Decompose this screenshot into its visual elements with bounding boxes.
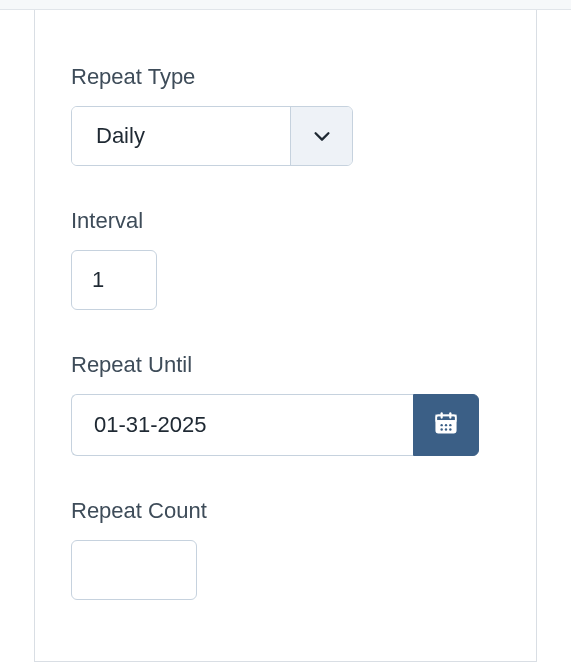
- repeat-type-select[interactable]: Daily: [71, 106, 353, 166]
- svg-point-8: [440, 428, 442, 430]
- repeat-until-label: Repeat Until: [71, 352, 500, 378]
- recurring-settings-panel: Recurring Settings Repeat Type Daily Int…: [34, 10, 537, 662]
- repeat-until-field: Repeat Until: [71, 352, 500, 456]
- repeat-count-label: Repeat Count: [71, 498, 500, 524]
- chevron-down-icon: [290, 107, 352, 165]
- interval-input[interactable]: [71, 250, 157, 310]
- calendar-icon: [433, 410, 459, 440]
- interval-label: Interval: [71, 208, 500, 234]
- repeat-until-input[interactable]: [71, 394, 413, 456]
- top-bar: [0, 0, 571, 10]
- svg-point-6: [445, 424, 447, 426]
- date-picker-button[interactable]: [413, 394, 479, 456]
- repeat-count-input[interactable]: [71, 540, 197, 600]
- svg-point-5: [440, 424, 442, 426]
- repeat-count-field: Repeat Count: [71, 498, 500, 600]
- repeat-until-group: [71, 394, 479, 456]
- repeat-type-label: Repeat Type: [71, 64, 500, 90]
- section-title: Recurring Settings: [71, 10, 500, 16]
- repeat-type-value: Daily: [72, 107, 290, 165]
- svg-point-7: [449, 424, 451, 426]
- repeat-type-field: Repeat Type Daily: [71, 64, 500, 166]
- interval-field: Interval: [71, 208, 500, 310]
- svg-point-9: [445, 428, 447, 430]
- svg-point-10: [449, 428, 451, 430]
